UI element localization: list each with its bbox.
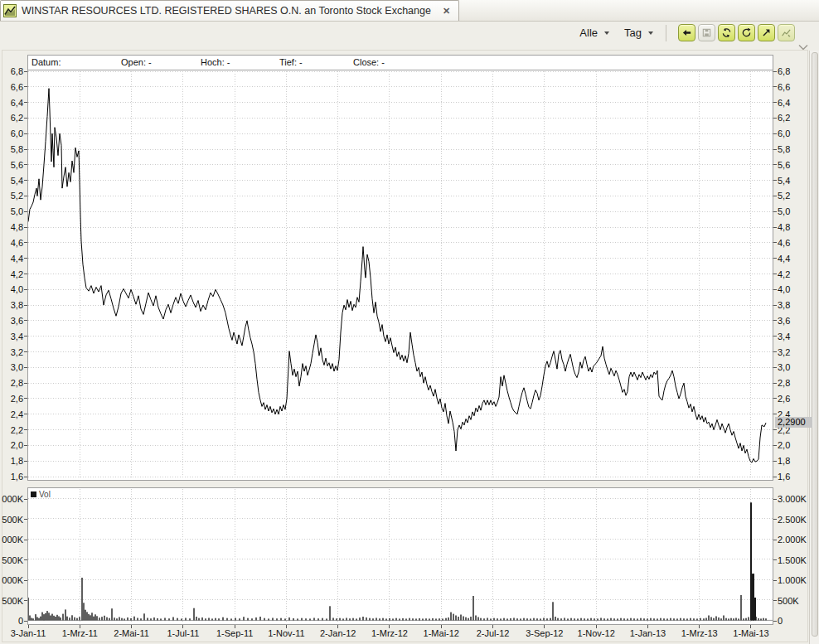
price-axis-label-left: 4,2 <box>0 269 23 279</box>
floppy-disk-icon <box>701 27 712 38</box>
chart-widget: Datum:Open: -Hoch: -Tief: -Close: - Vol … <box>0 50 819 644</box>
price-axis-label-right: 2,0 <box>778 440 790 450</box>
price-axis-label-right: 1,6 <box>778 472 790 482</box>
axis-tick <box>773 621 777 622</box>
x-axis-label: 3-Jan-11 <box>11 628 46 638</box>
x-axis-label: 2-Jan-12 <box>320 628 356 638</box>
axis-tick <box>773 133 777 134</box>
axis-tick <box>773 414 777 414</box>
axis-tick <box>773 305 777 306</box>
price-axis-label-left: 3,4 <box>0 332 23 341</box>
toolbar-controls: Alle Tag <box>574 24 796 41</box>
axis-tick <box>773 71 777 72</box>
volume-axis-label-right: 2.500K <box>778 515 807 525</box>
axis-tick <box>773 519 777 520</box>
axis-tick <box>773 274 777 274</box>
price-axis-label-left: 6,4 <box>0 98 23 108</box>
axis-tick <box>337 625 338 628</box>
interval-dropdown[interactable]: Tag <box>618 24 659 41</box>
info-field-hoch: Hoch: - <box>201 57 230 67</box>
back-button[interactable] <box>678 24 695 41</box>
x-axis-label: 1-Nov-12 <box>578 628 615 638</box>
axis-tick <box>24 149 27 150</box>
price-axis-label-right: 3,8 <box>778 300 790 310</box>
volume-axis-label-right: 2.000K <box>778 535 807 545</box>
reload-button[interactable] <box>738 24 755 41</box>
price-axis-label-right: 2,6 <box>778 394 790 404</box>
volume-axis-label-left: 500K <box>0 596 23 606</box>
price-axis-label-right: 2,8 <box>778 378 790 388</box>
vertical-scrollbar[interactable] <box>809 51 819 644</box>
chart-tab-icon <box>3 4 17 17</box>
axis-tick <box>235 625 235 628</box>
tab-winstar[interactable]: WINSTAR RESOURCES LTD. REGISTERED SHARES… <box>0 0 459 21</box>
price-axis-label-right: 3,4 <box>778 332 790 341</box>
volume-pane[interactable] <box>27 487 773 625</box>
axis-tick <box>773 149 777 150</box>
price-axis-label-left: 3,0 <box>0 362 23 372</box>
price-chart-svg[interactable] <box>28 70 773 480</box>
price-axis-label-right: 4,4 <box>778 254 790 264</box>
x-axis-label: 1-Mrz-12 <box>371 628 408 638</box>
price-axis-label-left: 4,4 <box>0 254 23 264</box>
axis-tick <box>24 227 27 228</box>
price-axis-label-right: 5,8 <box>778 144 790 154</box>
price-axis-label-left: 5,0 <box>0 206 23 216</box>
axis-tick <box>24 445 27 446</box>
tab-bar: WINSTAR RESOURCES LTD. REGISTERED SHARES… <box>0 0 819 22</box>
axis-tick <box>24 258 27 259</box>
axis-tick <box>24 499 27 500</box>
axis-tick <box>773 580 777 581</box>
price-axis-label-left: 2,4 <box>0 409 23 419</box>
chevron-down-icon <box>604 31 609 35</box>
axis-tick <box>773 211 777 212</box>
scrollbar-thumb[interactable] <box>812 52 818 637</box>
x-axis-label: 1-Sep-11 <box>216 628 253 638</box>
axis-tick <box>24 429 27 430</box>
volume-axis-label-right: 3.000K <box>778 494 807 504</box>
axis-tick <box>24 600 27 601</box>
arrow-left-icon <box>681 27 692 38</box>
price-axis-label-right: 3,0 <box>778 362 790 372</box>
axis-tick <box>544 625 545 628</box>
price-axis-label-right: 5,4 <box>778 176 790 186</box>
axis-tick <box>773 118 777 119</box>
axis-tick <box>773 600 777 601</box>
axis-tick <box>773 559 777 560</box>
axis-tick <box>24 351 27 352</box>
axis-tick <box>24 383 27 384</box>
toolbar: Alle Tag <box>0 22 819 49</box>
axis-tick <box>773 227 777 228</box>
price-axis-label-left: 3,8 <box>0 300 23 310</box>
price-pane[interactable] <box>27 70 773 481</box>
chevron-down-icon <box>648 31 653 35</box>
volume-chart-svg[interactable] <box>28 488 773 624</box>
axis-tick <box>24 414 27 414</box>
axis-tick <box>24 580 27 581</box>
axis-tick <box>286 625 287 628</box>
price-axis-label-left: 5,4 <box>0 176 23 186</box>
axis-tick <box>24 211 27 212</box>
axis-tick <box>773 102 777 103</box>
x-axis-label: 1-Mai-12 <box>424 628 459 638</box>
price-axis-label-left: 3,6 <box>0 316 23 326</box>
axis-tick <box>24 320 27 321</box>
refresh-button[interactable] <box>718 24 735 41</box>
price-axis-label-left: 4,8 <box>0 222 23 232</box>
volume-axis-label-left: 500K <box>0 555 23 565</box>
axis-tick <box>24 305 27 306</box>
axis-tick <box>24 164 27 165</box>
range-dropdown[interactable]: Alle <box>574 24 615 41</box>
legend-label: Vol <box>39 490 51 499</box>
volume-axis-label-right: 500K <box>778 596 799 606</box>
legend-swatch <box>31 491 36 497</box>
price-axis-label-left: 6,0 <box>0 128 23 138</box>
annotate-button <box>778 24 795 41</box>
info-field-open: Open: - <box>121 57 152 67</box>
expand-button[interactable] <box>758 24 775 41</box>
volume-legend: Vol <box>31 490 51 499</box>
axis-tick <box>441 625 442 628</box>
tab-close-icon[interactable]: ✕ <box>443 6 450 17</box>
axis-tick <box>24 621 27 622</box>
axis-tick <box>773 499 777 500</box>
